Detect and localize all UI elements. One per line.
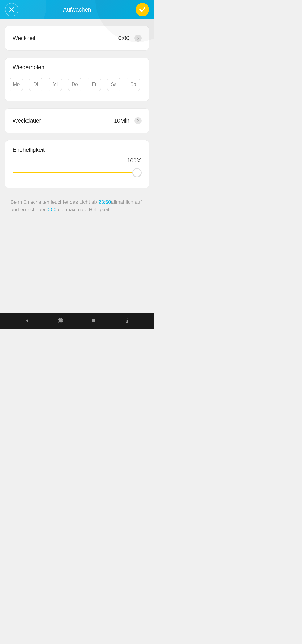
slider-thumb[interactable]: [132, 168, 142, 177]
day-do[interactable]: Do: [68, 78, 81, 91]
svg-point-1: [59, 319, 62, 322]
day-so[interactable]: So: [127, 78, 140, 91]
brightness-label: Endhelligkeit: [12, 147, 142, 153]
brightness-card: Endhelligkeit 100%: [5, 140, 149, 188]
duration-label: Weckdauer: [12, 118, 41, 124]
brightness-value: 100%: [12, 158, 142, 164]
footer-description: Beim Einschalten leuchtet das Licht ab 2…: [5, 196, 149, 214]
nav-recent-button[interactable]: [90, 316, 98, 325]
nav-home-button[interactable]: [56, 316, 64, 325]
content-area: Weckzeit 0:00 Wiederholen Mo Di Mi Do Fr…: [0, 19, 154, 313]
close-button[interactable]: [5, 3, 18, 16]
svg-rect-2: [92, 319, 95, 322]
brightness-slider[interactable]: [12, 168, 142, 177]
day-mo[interactable]: Mo: [10, 78, 23, 91]
accessibility-icon: [124, 318, 130, 324]
end-time-highlight: 0:00: [46, 207, 56, 212]
day-di[interactable]: Di: [29, 78, 42, 91]
system-navbar: [0, 313, 154, 329]
square-recent-icon: [92, 319, 96, 323]
day-sa[interactable]: Sa: [107, 78, 120, 91]
start-time-highlight: 23:50: [98, 199, 111, 205]
svg-point-3: [126, 318, 127, 319]
triangle-back-icon: [25, 318, 29, 323]
duration-card[interactable]: Weckdauer 10Min: [5, 108, 149, 133]
repeat-card: Wiederholen Mo Di Mi Do Fr Sa So: [5, 58, 149, 101]
confirm-button[interactable]: [136, 3, 149, 16]
repeat-label: Wiederholen: [12, 64, 142, 71]
slider-track: [12, 172, 137, 173]
check-icon: [139, 6, 146, 13]
header: Aufwachen: [0, 0, 154, 19]
day-mi[interactable]: Mi: [49, 78, 62, 91]
close-icon: [9, 7, 15, 12]
chevron-right-icon: [134, 117, 142, 124]
day-fr[interactable]: Fr: [88, 78, 101, 91]
days-row: Mo Di Mi Do Fr Sa So: [10, 78, 142, 91]
circle-home-icon: [58, 318, 63, 324]
duration-value: 10Min: [114, 118, 130, 124]
nav-accessibility-button[interactable]: [123, 316, 131, 325]
nav-back-button[interactable]: [23, 316, 31, 325]
page-title: Aufwachen: [63, 6, 91, 13]
